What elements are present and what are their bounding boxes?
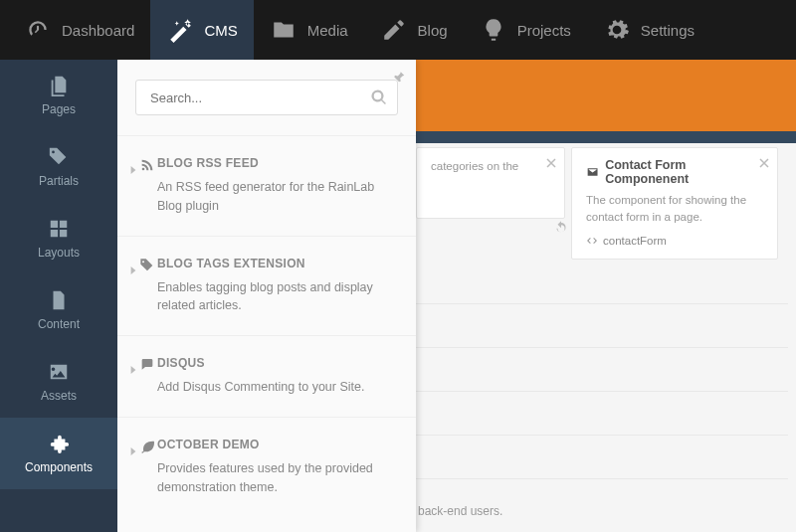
- nav-cms[interactable]: CMS: [150, 0, 253, 60]
- card-alias-text: contactForm: [603, 235, 667, 247]
- component-card[interactable]: categories on the: [416, 147, 565, 219]
- chevron-right-icon: [129, 261, 137, 268]
- nav-blog[interactable]: Blog: [364, 0, 464, 60]
- component-title: BLOG TAGS EXTENSION: [157, 257, 394, 270]
- component-item[interactable]: BLOG TAGS EXTENSION Enables tagging blog…: [117, 236, 416, 336]
- component-item[interactable]: BLOG RSS FEED An RSS feed generator for …: [117, 135, 416, 236]
- nav-label: Blog: [418, 22, 448, 39]
- nav-label: Dashboard: [62, 22, 134, 39]
- top-nav: Dashboard CMS Media Blog Projects Settin…: [0, 0, 796, 60]
- chevron-right-icon: [129, 442, 137, 449]
- nav-label: Media: [307, 22, 348, 39]
- component-desc: Enables tagging blog posts and display r…: [157, 278, 394, 316]
- leaf-icon: [139, 439, 155, 454]
- sidebar-item-assets[interactable]: Assets: [0, 346, 117, 418]
- sidebar-item-label: Content: [38, 317, 80, 331]
- components-panel: BLOG RSS FEED An RSS feed generator for …: [117, 60, 416, 532]
- code-icon: [586, 235, 598, 247]
- close-icon[interactable]: [546, 154, 556, 164]
- folder-icon: [270, 16, 298, 44]
- sidebar-item-partials[interactable]: Partials: [0, 131, 117, 203]
- chevron-right-icon: [129, 360, 137, 368]
- component-item[interactable]: OCTOBER DEMO Provides features used by t…: [117, 417, 416, 517]
- sidebar-item-label: Partials: [39, 174, 79, 188]
- sidebar-item-layouts[interactable]: Layouts: [0, 203, 117, 274]
- tag-icon: [139, 258, 155, 273]
- search-field-wrap: [135, 80, 398, 115]
- nav-projects[interactable]: Projects: [464, 0, 587, 60]
- component-desc: Provides features used by the provided d…: [157, 459, 394, 497]
- nav-label: Settings: [641, 22, 695, 39]
- gear-icon: [603, 16, 631, 44]
- card-desc: The component for showing the contact fo…: [586, 192, 763, 227]
- sidebar-item-pages[interactable]: Pages: [0, 60, 117, 131]
- pencil-icon: [380, 16, 408, 44]
- card-alias: contactForm: [586, 235, 763, 247]
- lightbulb-icon: [480, 16, 507, 44]
- nav-media[interactable]: Media: [254, 0, 364, 60]
- nav-dashboard[interactable]: Dashboard: [8, 0, 150, 60]
- comments-icon: [139, 357, 155, 373]
- component-title: BLOG RSS FEED: [157, 156, 394, 170]
- sidebar-item-label: Layouts: [38, 246, 80, 260]
- tags-icon: [48, 146, 70, 168]
- component-desc: An RSS feed generator for the RainLab Bl…: [157, 178, 394, 216]
- search-input[interactable]: [135, 80, 398, 115]
- image-icon: [48, 361, 70, 383]
- component-desc: Add Disqus Commenting to your Site.: [157, 378, 394, 397]
- component-card-contact-form[interactable]: Contact Form Componenent The component f…: [571, 147, 778, 260]
- chevron-right-icon: [129, 160, 137, 168]
- card-title: Contact Form Componenent: [586, 158, 763, 186]
- rss-icon: [139, 157, 155, 173]
- nav-label: Projects: [517, 22, 571, 39]
- magic-wand-icon: [166, 16, 194, 44]
- card-title-text: Contact Form Componenent: [605, 158, 763, 186]
- nav-settings[interactable]: Settings: [587, 0, 710, 60]
- puzzle-icon: [48, 433, 70, 454]
- component-item[interactable]: DISQUS Add Disqus Commenting to your Sit…: [117, 335, 416, 417]
- grid-icon: [48, 218, 70, 240]
- panel-header: [117, 60, 416, 135]
- card-desc: categories on the: [431, 158, 550, 175]
- page-background-content: [416, 261, 788, 479]
- pages-icon: [48, 75, 70, 96]
- nav-label: CMS: [204, 22, 237, 39]
- sidebar-item-components[interactable]: Components: [0, 418, 117, 489]
- search-icon[interactable]: [370, 89, 388, 106]
- sidebar-item-content[interactable]: Content: [0, 274, 117, 346]
- dashboard-icon: [24, 16, 52, 44]
- close-icon[interactable]: [759, 154, 769, 164]
- background-text: back-end users.: [418, 504, 502, 518]
- sidebar-item-label: Pages: [42, 102, 76, 116]
- file-icon: [48, 289, 70, 311]
- envelope-icon: [586, 165, 599, 179]
- undo-icon[interactable]: [554, 220, 568, 234]
- cms-sidebar: Pages Partials Layouts Content Assets Co…: [0, 60, 117, 532]
- sidebar-item-label: Assets: [41, 389, 77, 403]
- sidebar-item-label: Components: [25, 460, 93, 474]
- component-title: DISQUS: [157, 356, 394, 370]
- component-title: OCTOBER DEMO: [157, 438, 394, 451]
